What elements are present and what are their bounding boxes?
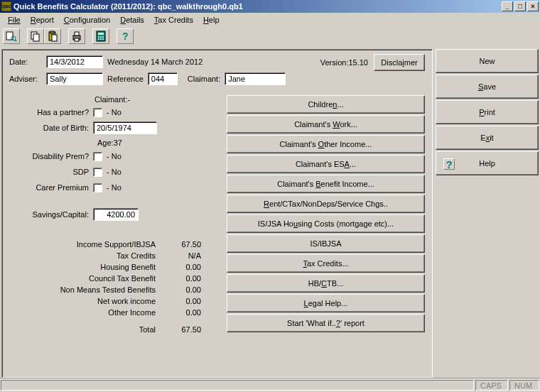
category-button-8[interactable]: Tax Credits... [227, 254, 425, 273]
date-label: Date: [9, 58, 42, 66]
disability-prem-checkbox[interactable] [93, 152, 102, 161]
disclaimer-button[interactable]: Disclaimer [374, 54, 425, 71]
new-button[interactable]: New [436, 49, 539, 73]
close-button[interactable]: × [527, 1, 539, 11]
svg-point-15 [102, 36, 104, 38]
summary-row: Income Support/IBJSA67.50 [9, 240, 201, 251]
dob-label: Date of Birth: [9, 124, 93, 132]
adviser-input[interactable] [46, 72, 103, 85]
summary-name: Net work income [9, 297, 166, 308]
summary-total-row: Total67.50 [9, 325, 201, 337]
main-panel: Disclaimer Version:15.10 Date: Wednesday… [1, 49, 433, 378]
svg-text:?: ? [122, 31, 129, 42]
category-button-3[interactable]: Claimant's ESA... [227, 155, 425, 173]
minimize-button[interactable]: _ [502, 1, 513, 11]
app-icon: QBC [1, 1, 11, 11]
calc-icon[interactable] [92, 28, 109, 44]
summary-value: 0.00 [166, 308, 201, 320]
summary-row: Council Tax Benefit0.00 [9, 274, 201, 285]
help-button[interactable]: ? Help [436, 151, 539, 175]
titlebar: QBC Quick Benefits Calculator (2011/2012… [0, 0, 540, 13]
category-button-6[interactable]: IS/JSA Housing Costs (mortgage etc)... [227, 214, 425, 233]
summary-name: Council Tax Benefit [9, 274, 166, 285]
lookup-icon[interactable] [3, 28, 20, 44]
copy-icon[interactable] [27, 28, 44, 44]
help-question-icon: ? [443, 158, 455, 170]
side-panel: New Save Print Exit ? Help [436, 49, 539, 378]
partner-label: Has a partner? [9, 108, 93, 116]
category-button-2[interactable]: Claimant's Other Income... [227, 135, 425, 153]
menu-tax-credits[interactable]: Tax Credits [149, 14, 198, 26]
category-column: Children...Claimant's Work...Claimant's … [222, 95, 425, 337]
toolbar: ? [0, 26, 540, 46]
menu-details[interactable]: Details [115, 14, 149, 26]
svg-point-16 [98, 38, 99, 40]
dob-input[interactable] [93, 121, 157, 134]
claimant-input[interactable] [225, 72, 286, 85]
svg-rect-4 [33, 34, 39, 41]
maximize-button[interactable]: □ [514, 1, 526, 11]
summary-name: Income Support/IBJSA [9, 240, 166, 251]
summary-value: 67.50 [166, 240, 201, 251]
summary-value: N/A [166, 251, 201, 263]
claimant-label: Claimant: [188, 75, 220, 83]
menubar: File Report Configuration Details Tax Cr… [0, 13, 540, 26]
sdp-checkbox[interactable] [93, 168, 102, 177]
menu-configuration[interactable]: Configuration [59, 14, 115, 26]
exit-button[interactable]: Exit [436, 126, 539, 150]
summary-value: 0.00 [166, 274, 201, 285]
partner-value: - No [107, 108, 122, 116]
savings-label: Savings/Capital: [9, 210, 93, 219]
partner-checkbox[interactable] [93, 108, 102, 117]
category-button-11[interactable]: Start 'What if..?' report [227, 314, 425, 332]
savings-input[interactable] [93, 208, 139, 221]
help-icon[interactable]: ? [117, 28, 134, 44]
paste-icon[interactable] [44, 28, 61, 44]
summary-table: Income Support/IBJSA67.50Tax CreditsN/AH… [9, 240, 201, 337]
date-input[interactable] [46, 55, 103, 68]
reference-label: Reference [107, 75, 144, 83]
svg-rect-9 [75, 32, 79, 36]
svg-point-14 [100, 36, 102, 38]
summary-row: Other Income0.00 [9, 308, 201, 320]
category-button-0[interactable]: Children... [227, 95, 425, 114]
print-icon[interactable] [68, 28, 85, 44]
summary-value: 0.00 [166, 263, 201, 274]
summary-row: Net work income0.00 [9, 297, 201, 308]
menu-report[interactable]: Report [26, 14, 59, 26]
age-text: Age:37 [97, 136, 222, 149]
caps-indicator: CAPS [475, 380, 508, 391]
summary-row: Tax CreditsN/A [9, 251, 201, 263]
carer-label: Carer Premium [9, 183, 93, 192]
svg-point-13 [98, 36, 99, 38]
menu-file[interactable]: File [3, 14, 26, 26]
category-button-7[interactable]: IS/IBJSA [227, 234, 425, 253]
summary-name: Other Income [9, 308, 166, 320]
num-indicator: NUM [509, 380, 539, 391]
status-message [1, 380, 474, 391]
category-button-5[interactable]: Rent/CTax/NonDeps/Service Chgs.. [227, 195, 425, 213]
print-button[interactable]: Print [436, 100, 539, 124]
category-button-10[interactable]: Legal Help... [227, 294, 425, 312]
reference-input[interactable] [148, 72, 178, 85]
carer-checkbox[interactable] [93, 183, 102, 192]
disability-prem-value: - No [107, 152, 122, 160]
summary-total-value: 67.50 [166, 325, 201, 337]
version-label: Version:15.10 [320, 58, 368, 67]
category-button-1[interactable]: Claimant's Work... [227, 115, 425, 134]
date-long-text: Wednesday 14 March 2012 [107, 58, 202, 66]
summary-value: 0.00 [166, 297, 201, 308]
category-button-9[interactable]: HB/CTB... [227, 274, 425, 293]
category-button-4[interactable]: Claimant's Benefit Income... [227, 175, 425, 193]
svg-point-18 [102, 38, 104, 40]
svg-rect-0 [6, 32, 13, 40]
summary-name: Tax Credits [9, 251, 166, 263]
menu-help[interactable]: Help [198, 14, 225, 26]
statusbar: CAPS NUM [0, 378, 540, 392]
disability-prem-label: Disability Prem? [9, 152, 93, 160]
summary-row: Non Means Tested Benefits0.00 [9, 285, 201, 297]
svg-rect-10 [75, 38, 79, 41]
sdp-value: - No [107, 168, 122, 176]
sdp-label: SDP [9, 168, 93, 176]
save-button[interactable]: Save [436, 75, 539, 99]
